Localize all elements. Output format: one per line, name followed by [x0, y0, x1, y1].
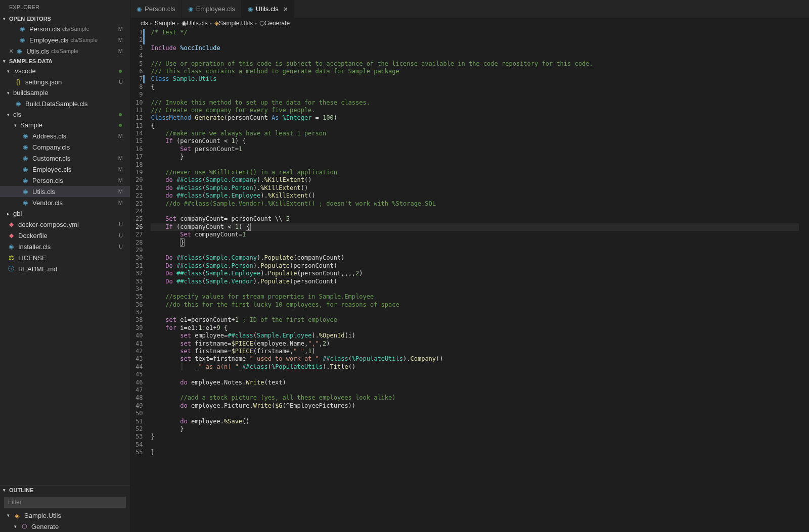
folder-item[interactable]: ▸gbl: [0, 208, 130, 219]
code-line[interactable]: [151, 386, 799, 394]
outline-item[interactable]: ▾⬡Generate: [0, 521, 130, 532]
folder-item[interactable]: ▾buildsample: [0, 87, 130, 98]
code-line[interactable]: set e1=personCount+1 ; ID of the first e…: [151, 316, 799, 324]
file-item[interactable]: ◉Company.cls: [0, 141, 130, 153]
code-line[interactable]: [151, 410, 799, 417]
code-line[interactable]: set text=firstname_" used to work at "_#…: [151, 355, 799, 363]
code-line[interactable]: [151, 36, 799, 44]
code-line[interactable]: //make sure we always have at least 1 pe…: [151, 130, 799, 137]
file-item[interactable]: ⓘREADME.md: [0, 263, 130, 274]
outline-label: Sample.Utils: [24, 512, 61, 519]
code-line[interactable]: ClassMethod Generate(personCount As %Int…: [151, 114, 799, 122]
code-line[interactable]: do ##class(Sample.Person).%KillExtent(): [151, 184, 799, 192]
folder-item[interactable]: ▾.vscode: [0, 66, 130, 76]
editor-tab[interactable]: ◉Utils.cls×: [242, 0, 294, 18]
code-line[interactable]: }: [151, 153, 799, 161]
code-line[interactable]: }: [151, 239, 799, 247]
file-item[interactable]: ◉Address.clsM: [0, 130, 130, 141]
code-line[interactable]: [151, 52, 799, 60]
close-icon[interactable]: ×: [9, 47, 13, 55]
code-line[interactable]: [151, 247, 799, 254]
file-item[interactable]: ◉Employee.clsM: [0, 164, 130, 175]
workspace-header[interactable]: ▾ SAMPLES-DATA: [0, 57, 130, 66]
code-line[interactable]: [151, 208, 799, 215]
code-line[interactable]: [151, 371, 799, 378]
open-editor-item[interactable]: ×◉Utils.clscls/SampleM: [0, 45, 130, 57]
outline-filter-input[interactable]: [4, 497, 126, 508]
code-line[interactable]: [151, 285, 799, 293]
code-line[interactable]: Do ##class(Sample.Vendor).Populate(perso…: [151, 278, 799, 285]
code-line[interactable]: /// Create one company for every five pe…: [151, 107, 799, 114]
code-line[interactable]: }: [151, 449, 799, 456]
code-line[interactable]: [151, 161, 799, 169]
code-editor[interactable]: 1234567891011121314151617181920212223242…: [130, 29, 809, 532]
outline-item[interactable]: ▾◈Sample.Utils: [0, 510, 130, 521]
code-line[interactable]: /// Use or operation of this code is sub…: [151, 60, 799, 68]
code-line[interactable]: {: [151, 83, 799, 91]
code-line[interactable]: {: [151, 122, 799, 130]
code-line[interactable]: //specify values for stream properties i…: [151, 293, 799, 301]
code-line[interactable]: [151, 441, 799, 449]
code-line[interactable]: If (personCount < 1) {: [151, 137, 799, 145]
file-item[interactable]: {}settings.jsonU: [0, 76, 130, 87]
code-line[interactable]: //do ##class(Sample.Vendor).%KillExtent(…: [151, 200, 799, 208]
code-content[interactable]: /* test */Include %occInclude/// Use or …: [151, 29, 809, 532]
code-line[interactable]: set firstname=$PIECE(employee.Name,",",2…: [151, 340, 799, 348]
vcs-badge: M: [118, 48, 126, 54]
file-item[interactable]: ◉Customer.clsM: [0, 153, 130, 164]
code-line[interactable]: If (companyCount < 1) {: [151, 223, 799, 231]
file-item[interactable]: ◆DockerfileU: [0, 230, 130, 241]
breadcrumb-segment[interactable]: Generate: [264, 20, 290, 27]
code-line[interactable]: }: [151, 433, 799, 441]
code-line[interactable]: do employee.Picture.Write($G(^EmployeePi…: [151, 402, 799, 410]
code-line[interactable]: │ _" as a(n) "_##class(%PopulateUtils).T…: [151, 363, 799, 371]
code-line[interactable]: [151, 309, 799, 316]
code-line[interactable]: //do this for the first lucky 10 employe…: [151, 301, 799, 309]
code-line[interactable]: set employee=##class(Sample.Employee).%O…: [151, 332, 799, 340]
tab-bar: ◉Person.cls◉Employee.cls◉Utils.cls×: [130, 0, 809, 18]
file-item[interactable]: ⚖LICENSE: [0, 252, 130, 263]
code-line[interactable]: Set personCount=1: [151, 146, 799, 153]
file-item[interactable]: ◉Utils.clsM: [0, 186, 130, 197]
file-item[interactable]: ◉Vendor.clsM: [0, 197, 130, 208]
code-line[interactable]: //add a stock picture (yes, all these em…: [151, 394, 799, 402]
item-label: Installer.cls: [18, 243, 51, 251]
breadcrumb-segment[interactable]: Sample: [155, 20, 175, 27]
code-line[interactable]: for i=e1:1:e1+9 {: [151, 324, 799, 332]
file-item[interactable]: ◉Build.DataSample.cls: [0, 98, 130, 109]
code-line[interactable]: Set companyCount= personCount \\ 5: [151, 215, 799, 223]
code-line[interactable]: [151, 91, 799, 99]
folder-item[interactable]: ▾cls: [0, 109, 130, 120]
editor-tab[interactable]: ◉Employee.cls: [182, 0, 242, 18]
code-line[interactable]: /// This class contains a method to gene…: [151, 68, 799, 75]
code-line[interactable]: }: [151, 425, 799, 433]
code-line[interactable]: /* test */: [151, 29, 799, 36]
code-line[interactable]: do ##class(Sample.Employee).%KillExtent(…: [151, 192, 799, 200]
code-line[interactable]: set firstname=$PIECE(firstname," ",1): [151, 348, 799, 355]
file-item[interactable]: ◉Installer.clsU: [0, 241, 130, 252]
open-editors-header[interactable]: ▾ OPEN EDITORS: [0, 14, 130, 23]
code-line[interactable]: /// Invoke this method to set up the dat…: [151, 99, 799, 107]
folder-item[interactable]: ▾Sample: [0, 120, 130, 130]
outline-header[interactable]: ▾ OUTLINE: [0, 486, 130, 495]
code-line[interactable]: do ##class(Sample.Company).%KillExtent(): [151, 176, 799, 184]
file-item[interactable]: ◉Person.clsM: [0, 175, 130, 186]
code-line[interactable]: //never use %KillExtent() in a real appl…: [151, 169, 799, 176]
code-line[interactable]: Do ##class(Sample.Person).Populate(perso…: [151, 262, 799, 270]
code-line[interactable]: Set companyCount=1: [151, 231, 799, 238]
code-line[interactable]: Include %occInclude: [151, 44, 799, 52]
breadcrumb-segment[interactable]: Sample.Utils: [219, 20, 253, 27]
open-editor-item[interactable]: ◉Employee.clscls/SampleM: [0, 34, 130, 45]
code-line[interactable]: Do ##class(Sample.Company).Populate(comp…: [151, 254, 799, 262]
close-icon[interactable]: ×: [284, 5, 288, 13]
editor-tab[interactable]: ◉Person.cls: [130, 0, 182, 18]
breadcrumb-segment[interactable]: cls: [141, 20, 148, 27]
file-item[interactable]: ◆docker-compose.ymlU: [0, 219, 130, 230]
code-line[interactable]: do employee.%Save(): [151, 418, 799, 425]
breadcrumb-segment[interactable]: Utils.cls: [187, 20, 207, 27]
breadcrumb[interactable]: cls▸Sample▸◉Utils.cls▸◈Sample.Utils▸⬡Gen…: [130, 18, 809, 29]
code-line[interactable]: Do ##class(Sample.Employee).Populate(per…: [151, 270, 799, 277]
code-line[interactable]: do employee.Notes.Write(text): [151, 379, 799, 386]
code-line[interactable]: Class Sample.Utils: [151, 75, 799, 83]
open-editor-item[interactable]: ◉Person.clscls/SampleM: [0, 23, 130, 34]
